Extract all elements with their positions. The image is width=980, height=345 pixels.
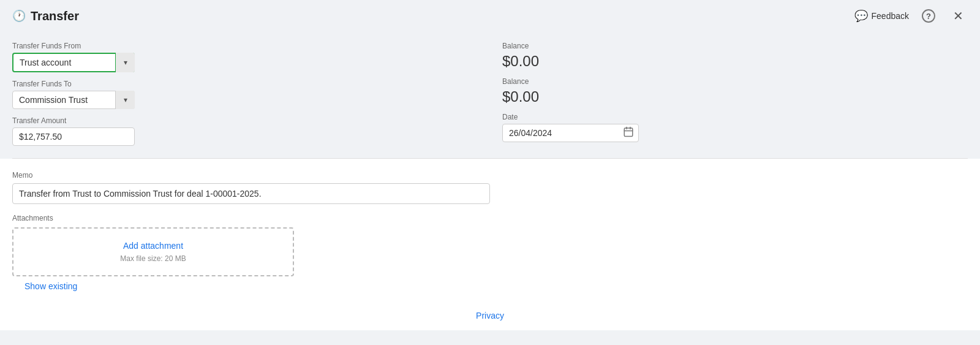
help-button[interactable]: ? — [919, 6, 938, 26]
balance-to-label: Balance — [502, 77, 968, 86]
add-attachment-button[interactable]: Add attachment — [123, 241, 183, 251]
attachment-dropzone[interactable]: Add attachment Max file size: 20 MB — [12, 227, 294, 276]
attachments-section: Attachments Add attachment Max file size… — [12, 214, 968, 291]
memo-input[interactable] — [12, 183, 490, 204]
max-file-size-text: Max file size: 20 MB — [120, 254, 186, 263]
attachments-label: Attachments — [12, 214, 968, 222]
transfer-amount-input[interactable] — [12, 127, 135, 146]
memo-section: Memo — [12, 171, 968, 204]
transfer-amount-label: Transfer Amount — [12, 116, 466, 125]
privacy-link[interactable]: Privacy — [476, 311, 504, 320]
date-field: Date — [502, 113, 968, 142]
memo-label: Memo — [12, 171, 968, 180]
close-button[interactable]: ✕ — [948, 6, 968, 26]
transfer-from-label: Transfer Funds From — [12, 42, 466, 50]
feedback-icon: 💬 — [854, 9, 868, 23]
transfer-to-label: Transfer Funds To — [12, 80, 466, 88]
header-left: 🕐 Transfer — [12, 9, 79, 23]
transfer-from-field: Transfer Funds From Trust account ▾ — [12, 42, 466, 72]
balance-from-amount: $0.00 — [502, 53, 968, 70]
form-left: Transfer Funds From Trust account ▾ Tran… — [12, 42, 490, 146]
header: 🕐 Transfer 💬 Feedback ? ✕ — [0, 0, 980, 32]
balance-to-section: Balance $0.00 — [502, 77, 968, 105]
footer: Privacy — [0, 301, 980, 330]
feedback-button[interactable]: 💬 Feedback — [854, 9, 909, 23]
feedback-label: Feedback — [872, 11, 909, 21]
show-existing-button[interactable]: Show existing — [12, 281, 89, 291]
transfer-amount-field: Transfer Amount — [12, 116, 466, 146]
date-label: Date — [502, 113, 968, 121]
transfer-from-select-wrapper: Trust account ▾ — [12, 53, 135, 72]
form-top: Transfer Funds From Trust account ▾ Tran… — [0, 32, 980, 158]
form-bottom: Memo Attachments Add attachment Max file… — [0, 159, 980, 301]
transfer-from-select[interactable]: Trust account — [12, 53, 135, 72]
balance-from-section: Balance $0.00 — [502, 42, 968, 70]
help-icon: ? — [922, 9, 935, 23]
close-icon: ✕ — [953, 9, 963, 23]
page-title: Transfer — [31, 9, 79, 23]
balance-from-label: Balance — [502, 42, 968, 50]
transfer-to-select-wrapper: Commission Trust ▾ — [12, 91, 135, 109]
date-input-wrapper — [502, 124, 639, 142]
balance-to-amount: $0.00 — [502, 88, 968, 105]
date-input[interactable] — [502, 124, 639, 142]
transfer-to-field: Transfer Funds To Commission Trust ▾ — [12, 80, 466, 109]
header-right: 💬 Feedback ? ✕ — [854, 6, 968, 26]
form-right: Balance $0.00 Balance $0.00 Date — [490, 42, 968, 146]
transfer-to-select[interactable]: Commission Trust — [12, 91, 135, 109]
page-wrapper: 🕐 Transfer 💬 Feedback ? ✕ Transfer Funds… — [0, 0, 980, 345]
history-icon: 🕐 — [12, 9, 26, 23]
